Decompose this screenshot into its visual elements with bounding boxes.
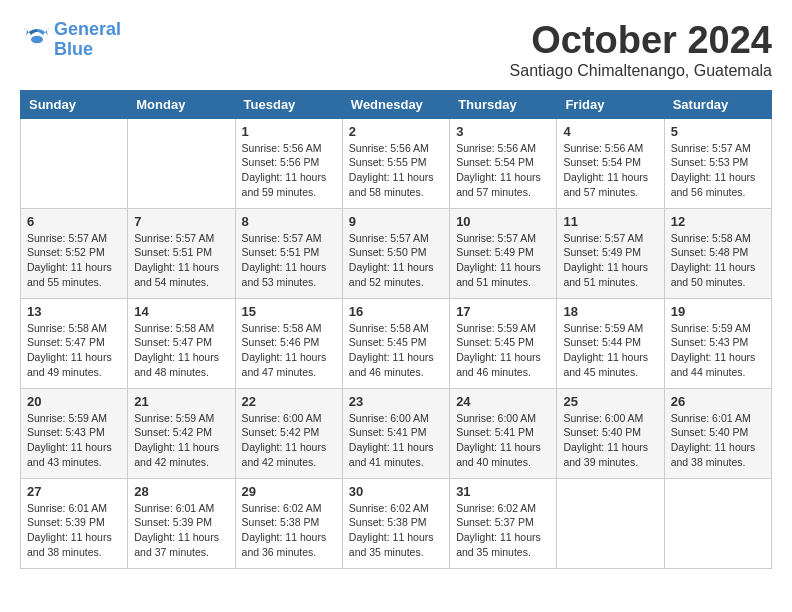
cell-content: Sunrise: 5:57 AM Sunset: 5:51 PM Dayligh…	[242, 231, 336, 290]
title-section: October 2024 Santiago Chimaltenango, Gua…	[510, 20, 772, 80]
logo-line2: Blue	[54, 39, 93, 59]
day-number: 27	[27, 484, 121, 499]
column-header-saturday: Saturday	[664, 90, 771, 118]
cell-content: Sunrise: 5:57 AM Sunset: 5:49 PM Dayligh…	[456, 231, 550, 290]
cell-content: Sunrise: 5:58 AM Sunset: 5:48 PM Dayligh…	[671, 231, 765, 290]
calendar-cell: 5Sunrise: 5:57 AM Sunset: 5:53 PM Daylig…	[664, 118, 771, 208]
day-number: 23	[349, 394, 443, 409]
calendar-cell: 19Sunrise: 5:59 AM Sunset: 5:43 PM Dayli…	[664, 298, 771, 388]
day-number: 4	[563, 124, 657, 139]
day-number: 14	[134, 304, 228, 319]
cell-content: Sunrise: 6:00 AM Sunset: 5:42 PM Dayligh…	[242, 411, 336, 470]
calendar-cell	[128, 118, 235, 208]
logo-bird-icon	[22, 23, 52, 53]
calendar-cell: 14Sunrise: 5:58 AM Sunset: 5:47 PM Dayli…	[128, 298, 235, 388]
calendar-week-row: 6Sunrise: 5:57 AM Sunset: 5:52 PM Daylig…	[21, 208, 772, 298]
cell-content: Sunrise: 5:58 AM Sunset: 5:47 PM Dayligh…	[134, 321, 228, 380]
calendar-header-row: SundayMondayTuesdayWednesdayThursdayFrid…	[21, 90, 772, 118]
column-header-monday: Monday	[128, 90, 235, 118]
calendar-cell: 21Sunrise: 5:59 AM Sunset: 5:42 PM Dayli…	[128, 388, 235, 478]
calendar-cell	[557, 478, 664, 568]
logo: General Blue	[20, 20, 121, 60]
calendar-cell: 18Sunrise: 5:59 AM Sunset: 5:44 PM Dayli…	[557, 298, 664, 388]
calendar-cell: 17Sunrise: 5:59 AM Sunset: 5:45 PM Dayli…	[450, 298, 557, 388]
calendar-cell: 29Sunrise: 6:02 AM Sunset: 5:38 PM Dayli…	[235, 478, 342, 568]
cell-content: Sunrise: 5:59 AM Sunset: 5:43 PM Dayligh…	[671, 321, 765, 380]
day-number: 21	[134, 394, 228, 409]
cell-content: Sunrise: 5:58 AM Sunset: 5:47 PM Dayligh…	[27, 321, 121, 380]
day-number: 10	[456, 214, 550, 229]
cell-content: Sunrise: 5:56 AM Sunset: 5:55 PM Dayligh…	[349, 141, 443, 200]
day-number: 5	[671, 124, 765, 139]
column-header-thursday: Thursday	[450, 90, 557, 118]
calendar-cell: 2Sunrise: 5:56 AM Sunset: 5:55 PM Daylig…	[342, 118, 449, 208]
day-number: 3	[456, 124, 550, 139]
calendar-cell: 9Sunrise: 5:57 AM Sunset: 5:50 PM Daylig…	[342, 208, 449, 298]
day-number: 12	[671, 214, 765, 229]
calendar-cell: 26Sunrise: 6:01 AM Sunset: 5:40 PM Dayli…	[664, 388, 771, 478]
day-number: 19	[671, 304, 765, 319]
cell-content: Sunrise: 5:57 AM Sunset: 5:50 PM Dayligh…	[349, 231, 443, 290]
calendar-table: SundayMondayTuesdayWednesdayThursdayFrid…	[20, 90, 772, 569]
calendar-cell: 15Sunrise: 5:58 AM Sunset: 5:46 PM Dayli…	[235, 298, 342, 388]
page-header: General Blue October 2024 Santiago Chima…	[20, 20, 772, 80]
day-number: 24	[456, 394, 550, 409]
calendar-cell: 30Sunrise: 6:02 AM Sunset: 5:38 PM Dayli…	[342, 478, 449, 568]
calendar-cell: 10Sunrise: 5:57 AM Sunset: 5:49 PM Dayli…	[450, 208, 557, 298]
calendar-cell: 22Sunrise: 6:00 AM Sunset: 5:42 PM Dayli…	[235, 388, 342, 478]
day-number: 26	[671, 394, 765, 409]
day-number: 17	[456, 304, 550, 319]
calendar-cell	[21, 118, 128, 208]
cell-content: Sunrise: 5:59 AM Sunset: 5:45 PM Dayligh…	[456, 321, 550, 380]
day-number: 29	[242, 484, 336, 499]
day-number: 28	[134, 484, 228, 499]
column-header-sunday: Sunday	[21, 90, 128, 118]
cell-content: Sunrise: 6:01 AM Sunset: 5:40 PM Dayligh…	[671, 411, 765, 470]
calendar-cell: 8Sunrise: 5:57 AM Sunset: 5:51 PM Daylig…	[235, 208, 342, 298]
day-number: 30	[349, 484, 443, 499]
column-header-friday: Friday	[557, 90, 664, 118]
calendar-cell: 12Sunrise: 5:58 AM Sunset: 5:48 PM Dayli…	[664, 208, 771, 298]
calendar-week-row: 1Sunrise: 5:56 AM Sunset: 5:56 PM Daylig…	[21, 118, 772, 208]
cell-content: Sunrise: 5:57 AM Sunset: 5:53 PM Dayligh…	[671, 141, 765, 200]
day-number: 15	[242, 304, 336, 319]
day-number: 13	[27, 304, 121, 319]
svg-point-0	[31, 36, 43, 44]
cell-content: Sunrise: 6:00 AM Sunset: 5:40 PM Dayligh…	[563, 411, 657, 470]
calendar-cell	[664, 478, 771, 568]
calendar-cell: 24Sunrise: 6:00 AM Sunset: 5:41 PM Dayli…	[450, 388, 557, 478]
cell-content: Sunrise: 6:01 AM Sunset: 5:39 PM Dayligh…	[134, 501, 228, 560]
day-number: 31	[456, 484, 550, 499]
column-header-wednesday: Wednesday	[342, 90, 449, 118]
cell-content: Sunrise: 5:59 AM Sunset: 5:43 PM Dayligh…	[27, 411, 121, 470]
cell-content: Sunrise: 6:01 AM Sunset: 5:39 PM Dayligh…	[27, 501, 121, 560]
calendar-cell: 28Sunrise: 6:01 AM Sunset: 5:39 PM Dayli…	[128, 478, 235, 568]
day-number: 20	[27, 394, 121, 409]
calendar-cell: 6Sunrise: 5:57 AM Sunset: 5:52 PM Daylig…	[21, 208, 128, 298]
calendar-cell: 11Sunrise: 5:57 AM Sunset: 5:49 PM Dayli…	[557, 208, 664, 298]
cell-content: Sunrise: 5:57 AM Sunset: 5:49 PM Dayligh…	[563, 231, 657, 290]
cell-content: Sunrise: 5:59 AM Sunset: 5:42 PM Dayligh…	[134, 411, 228, 470]
day-number: 2	[349, 124, 443, 139]
cell-content: Sunrise: 5:56 AM Sunset: 5:56 PM Dayligh…	[242, 141, 336, 200]
day-number: 18	[563, 304, 657, 319]
calendar-week-row: 27Sunrise: 6:01 AM Sunset: 5:39 PM Dayli…	[21, 478, 772, 568]
cell-content: Sunrise: 6:02 AM Sunset: 5:38 PM Dayligh…	[349, 501, 443, 560]
calendar-week-row: 13Sunrise: 5:58 AM Sunset: 5:47 PM Dayli…	[21, 298, 772, 388]
day-number: 1	[242, 124, 336, 139]
calendar-cell: 27Sunrise: 6:01 AM Sunset: 5:39 PM Dayli…	[21, 478, 128, 568]
month-title: October 2024	[510, 20, 772, 62]
day-number: 7	[134, 214, 228, 229]
day-number: 9	[349, 214, 443, 229]
calendar-cell: 25Sunrise: 6:00 AM Sunset: 5:40 PM Dayli…	[557, 388, 664, 478]
calendar-cell: 7Sunrise: 5:57 AM Sunset: 5:51 PM Daylig…	[128, 208, 235, 298]
calendar-cell: 20Sunrise: 5:59 AM Sunset: 5:43 PM Dayli…	[21, 388, 128, 478]
calendar-cell: 16Sunrise: 5:58 AM Sunset: 5:45 PM Dayli…	[342, 298, 449, 388]
cell-content: Sunrise: 6:02 AM Sunset: 5:37 PM Dayligh…	[456, 501, 550, 560]
calendar-cell: 1Sunrise: 5:56 AM Sunset: 5:56 PM Daylig…	[235, 118, 342, 208]
cell-content: Sunrise: 6:02 AM Sunset: 5:38 PM Dayligh…	[242, 501, 336, 560]
calendar-week-row: 20Sunrise: 5:59 AM Sunset: 5:43 PM Dayli…	[21, 388, 772, 478]
day-number: 16	[349, 304, 443, 319]
column-header-tuesday: Tuesday	[235, 90, 342, 118]
day-number: 11	[563, 214, 657, 229]
